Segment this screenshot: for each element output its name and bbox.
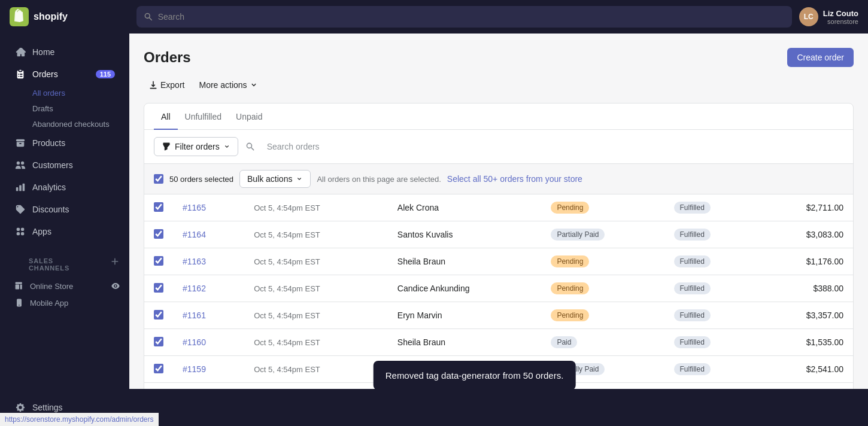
order-payment-status: Pending [541, 302, 664, 329]
order-date: Oct 5, 4:54pm EST [244, 275, 388, 302]
table-row[interactable]: #1164 Oct 5, 4:54pm EST Santos Kuvalis P… [144, 221, 853, 248]
sidebar-item-analytics[interactable]: Analytics [5, 177, 125, 198]
search-orders-icon [245, 142, 255, 151]
order-number[interactable]: #1160 [173, 329, 244, 356]
export-label: Export [160, 80, 184, 90]
home-icon [14, 46, 26, 58]
bulk-chevron-icon [296, 175, 303, 182]
sales-channels-header: SALES CHANNELS [0, 243, 129, 278]
analytics-icon [14, 181, 26, 193]
action-tooltip: Removed tag data-generator from 50 order… [374, 361, 576, 390]
row-checkbox[interactable] [154, 337, 163, 346]
order-number[interactable]: #1163 [173, 248, 244, 275]
order-number[interactable]: #1162 [173, 275, 244, 302]
row-checkbox[interactable] [154, 229, 163, 239]
table-row[interactable]: #1162 Oct 5, 4:54pm EST Candice Ankundin… [144, 275, 853, 302]
sidebar-item-online-store[interactable]: Online Store [0, 278, 129, 294]
tab-unfulfilled[interactable]: Unfulfilled [178, 104, 229, 130]
sidebar-item-home[interactable]: Home [5, 41, 125, 63]
select-all-checkbox[interactable] [154, 174, 163, 184]
more-actions-button[interactable]: More actions [194, 77, 262, 93]
row-checkbox[interactable] [154, 310, 163, 320]
sidebar-item-discounts[interactable]: Discounts [5, 199, 125, 220]
orders-badge: 115 [96, 70, 115, 78]
global-search-input[interactable] [158, 12, 785, 22]
filter-orders-button[interactable]: Filter orders [154, 137, 238, 156]
logo-area[interactable]: shopify [10, 7, 129, 26]
user-menu[interactable]: LC Liz Couto sorenstore [799, 7, 858, 26]
row-checkbox[interactable] [154, 256, 163, 266]
order-number[interactable]: #1159 [173, 356, 244, 383]
sidebar-label-home: Home [32, 47, 54, 57]
orders-icon [14, 68, 26, 80]
bulk-actions-button[interactable]: Bulk actions [239, 170, 311, 188]
order-customer[interactable]: Eryn Marvin [388, 302, 542, 329]
create-order-button[interactable]: Create order [787, 48, 854, 67]
tab-all[interactable]: All [154, 104, 178, 130]
sidebar-sub-drafts[interactable]: Drafts [5, 101, 125, 116]
sidebar-item-mobile-app[interactable]: Mobile App [0, 294, 129, 311]
order-customer[interactable]: Santos Kuvalis [388, 221, 542, 248]
row-checkbox[interactable] [154, 283, 163, 293]
sidebar-label-analytics: Analytics [32, 182, 66, 192]
filter-orders-label: Filter orders [175, 142, 220, 151]
page-title: Orders [144, 49, 191, 66]
search-orders-input[interactable] [260, 138, 843, 156]
row-checkbox-cell[interactable] [144, 248, 173, 275]
order-amount: $3,357.00 [758, 302, 853, 329]
row-checkbox-cell[interactable] [144, 302, 173, 329]
order-customer[interactable]: Sheila Braun [388, 248, 542, 275]
sidebar-label-orders: Orders [32, 69, 58, 79]
online-store-icon [14, 281, 24, 291]
row-checkbox-cell[interactable] [144, 329, 173, 356]
sidebar-sub-abandoned[interactable]: Abandoned checkouts [5, 117, 125, 132]
order-amount: $2,541.00 [758, 356, 853, 383]
apps-icon [14, 226, 26, 238]
order-payment-status: Partially Paid [541, 221, 664, 248]
global-search-bar[interactable] [136, 6, 792, 28]
export-button[interactable]: Export [144, 77, 189, 93]
select-all-link[interactable]: Select all 50+ orders from your store [447, 174, 582, 184]
row-checkbox-cell[interactable] [144, 275, 173, 302]
order-date: Oct 5, 4:54pm EST [244, 221, 388, 248]
order-fulfillment-status: Fulfilled [664, 356, 758, 383]
table-row[interactable]: #1160 Oct 5, 4:54pm EST Sheila Braun Pai… [144, 329, 853, 356]
order-customer[interactable]: Sheila Braun [388, 329, 542, 356]
eye-icon [111, 282, 120, 290]
row-checkbox[interactable] [154, 364, 163, 373]
sidebar-item-customers[interactable]: Customers [5, 154, 125, 176]
sales-channels-title: SALES CHANNELS [14, 248, 110, 275]
order-number[interactable]: #1161 [173, 302, 244, 329]
order-payment-status: Pending [541, 194, 664, 221]
sidebar-item-apps[interactable]: Apps [5, 221, 125, 242]
order-amount: $2,711.00 [758, 194, 853, 221]
shopify-logo-icon [10, 7, 29, 26]
order-fulfillment-status: Fulfilled [664, 248, 758, 275]
more-actions-label: More actions [199, 80, 247, 90]
sidebar-label-settings: Settings [32, 403, 63, 412]
row-checkbox-cell[interactable] [144, 194, 173, 221]
add-channel-icon[interactable] [110, 257, 120, 266]
row-checkbox-cell[interactable] [144, 221, 173, 248]
sidebar-item-products[interactable]: Products [5, 132, 125, 154]
order-payment-status: Pending [541, 275, 664, 302]
sidebar-label-discounts: Discounts [32, 205, 69, 214]
table-row[interactable]: #1163 Oct 5, 4:54pm EST Sheila Braun Pen… [144, 248, 853, 275]
row-checkbox[interactable] [154, 202, 163, 212]
filter-icon [162, 142, 171, 151]
sidebar-label-apps: Apps [32, 227, 51, 236]
order-number[interactable]: #1164 [173, 221, 244, 248]
order-number[interactable]: #1165 [173, 194, 244, 221]
tab-unpaid[interactable]: Unpaid [229, 104, 269, 130]
discounts-icon [14, 203, 26, 215]
order-customer[interactable]: Candice Ankunding [388, 275, 542, 302]
top-nav: shopify LC Liz Couto sorenstore [0, 0, 868, 34]
table-row[interactable]: #1165 Oct 5, 4:54pm EST Alek Crona Pendi… [144, 194, 853, 221]
order-customer[interactable]: Alek Crona [388, 194, 542, 221]
customers-icon [14, 159, 26, 171]
row-checkbox-cell[interactable] [144, 356, 173, 383]
sidebar-sub-all-orders[interactable]: All orders [5, 86, 125, 101]
sidebar-item-orders[interactable]: Orders 115 [5, 63, 125, 85]
settings-icon [14, 401, 26, 413]
table-row[interactable]: #1161 Oct 5, 4:54pm EST Eryn Marvin Pend… [144, 302, 853, 329]
